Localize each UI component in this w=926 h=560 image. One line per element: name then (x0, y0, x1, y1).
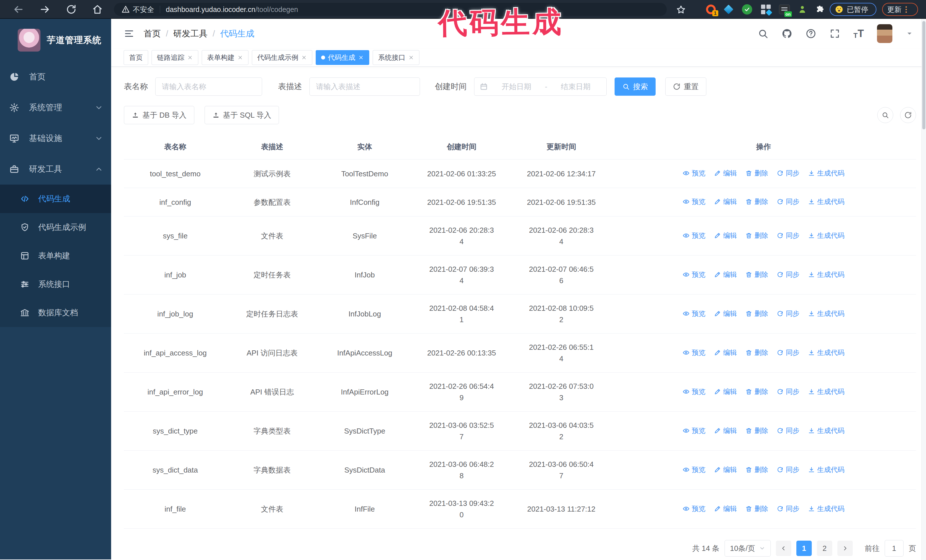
search-icon[interactable] (758, 28, 769, 39)
sync-action[interactable]: 同步 (777, 308, 799, 319)
next-page-button[interactable] (837, 540, 853, 556)
sidebar-subitem-代码生成示例[interactable]: 代码生成示例 (0, 213, 111, 242)
edit-action[interactable]: 编辑 (714, 503, 737, 515)
close-icon[interactable] (187, 55, 193, 60)
home-button[interactable] (92, 4, 103, 15)
tab-系统接口[interactable]: 系统接口 (373, 50, 419, 65)
sync-action[interactable]: 同步 (777, 196, 799, 207)
table-name-input[interactable] (155, 77, 262, 96)
close-icon[interactable] (301, 55, 307, 60)
breadcrumb-home[interactable]: 首页 (144, 28, 161, 39)
sidebar-subitem-数据库文档[interactable]: 数据库文档 (0, 299, 111, 327)
import-db-button[interactable]: 基于 DB 导入 (124, 106, 194, 124)
sidebar-item-首页[interactable]: 首页 (0, 62, 111, 92)
goto-page-input[interactable] (885, 540, 903, 557)
sync-action[interactable]: 同步 (777, 168, 799, 179)
generate-code-action[interactable]: 生成代码 (808, 425, 844, 436)
preview-action[interactable]: 预览 (683, 347, 705, 358)
fullscreen-icon[interactable] (829, 28, 840, 39)
bookmark-star-icon[interactable] (676, 5, 686, 15)
scrollbar-thumb[interactable] (922, 21, 925, 129)
sync-action[interactable]: 同步 (777, 425, 799, 436)
generate-code-action[interactable]: 生成代码 (808, 503, 844, 515)
generate-code-action[interactable]: 生成代码 (808, 464, 844, 475)
edit-action[interactable]: 编辑 (714, 347, 737, 358)
page-number-button[interactable]: 1 (796, 540, 812, 556)
breadcrumb-devtools[interactable]: 研发工具 (173, 28, 207, 39)
page-size-select[interactable]: 10条/页 (725, 540, 771, 557)
sidebar-subitem-系统接口[interactable]: 系统接口 (0, 270, 111, 299)
sidebar-item-基础设施[interactable]: 基础设施 (0, 123, 111, 154)
delete-action[interactable]: 删除 (745, 464, 768, 475)
table-desc-input[interactable] (309, 77, 420, 96)
search-button[interactable]: 搜索 (614, 77, 656, 96)
edit-action[interactable]: 编辑 (714, 196, 737, 207)
generate-code-action[interactable]: 生成代码 (808, 308, 844, 319)
delete-action[interactable]: 删除 (745, 425, 768, 436)
delete-action[interactable]: 删除 (745, 347, 768, 358)
font-size-icon[interactable]: TT (853, 28, 864, 39)
page-scrollbar[interactable] (921, 19, 926, 560)
tab-链路追踪[interactable]: 链路追踪 (151, 50, 198, 65)
help-icon[interactable] (805, 28, 816, 39)
edit-action[interactable]: 编辑 (714, 269, 737, 280)
extension-icon-person[interactable] (797, 4, 808, 15)
reset-button[interactable]: 重置 (665, 77, 706, 96)
user-avatar[interactable] (877, 24, 893, 43)
preview-action[interactable]: 预览 (683, 386, 705, 397)
delete-action[interactable]: 删除 (745, 269, 768, 280)
forward-button[interactable] (39, 4, 51, 15)
tab-表单构建[interactable]: 表单构建 (202, 50, 248, 65)
generate-code-action[interactable]: 生成代码 (808, 269, 844, 280)
generate-code-action[interactable]: 生成代码 (808, 168, 844, 179)
date-range-picker[interactable]: 开始日期 - 结束日期 (474, 77, 607, 96)
prev-page-button[interactable] (776, 540, 791, 556)
generate-code-action[interactable]: 生成代码 (808, 386, 844, 397)
sync-action[interactable]: 同步 (777, 503, 799, 515)
tab-代码生成示例[interactable]: 代码生成示例 (252, 50, 312, 65)
delete-action[interactable]: 删除 (745, 230, 768, 241)
delete-action[interactable]: 删除 (745, 503, 768, 515)
sidebar-subitem-表单构建[interactable]: 表单构建 (0, 242, 111, 270)
delete-action[interactable]: 删除 (745, 168, 768, 179)
preview-action[interactable]: 预览 (683, 308, 705, 319)
edit-action[interactable]: 编辑 (714, 425, 737, 436)
close-icon[interactable] (408, 55, 414, 60)
preview-action[interactable]: 预览 (683, 464, 705, 475)
generate-code-action[interactable]: 生成代码 (808, 196, 844, 207)
preview-action[interactable]: 预览 (683, 230, 705, 241)
extension-icon-grid[interactable] (760, 4, 772, 15)
preview-action[interactable]: 预览 (683, 503, 705, 515)
preview-action[interactable]: 预览 (683, 168, 705, 179)
extension-icon-orange[interactable]: 1 (705, 4, 717, 15)
profile-chip[interactable]: 已暂停 (830, 3, 876, 16)
hamburger-icon[interactable] (124, 28, 135, 39)
preview-action[interactable]: 预览 (683, 269, 705, 280)
extension-icon-check[interactable] (741, 4, 753, 15)
app-logo[interactable]: 芋道管理系统 (0, 19, 111, 62)
edit-action[interactable]: 编辑 (714, 386, 737, 397)
tab-代码生成[interactable]: 代码生成 (316, 50, 369, 65)
close-icon[interactable] (358, 55, 364, 60)
back-button[interactable] (12, 4, 24, 15)
preview-action[interactable]: 预览 (683, 196, 705, 207)
sync-action[interactable]: 同步 (777, 464, 799, 475)
sync-action[interactable]: 同步 (777, 347, 799, 358)
generate-code-action[interactable]: 生成代码 (808, 230, 844, 241)
edit-action[interactable]: 编辑 (714, 168, 737, 179)
caret-down-icon[interactable] (905, 30, 914, 38)
generate-code-action[interactable]: 生成代码 (808, 347, 844, 358)
refresh-table-button[interactable] (900, 107, 916, 123)
reload-button[interactable] (65, 4, 77, 15)
sidebar-item-系统管理[interactable]: 系统管理 (0, 92, 111, 123)
import-sql-button[interactable]: 基于 SQL 导入 (204, 106, 279, 124)
extension-icon-diamond[interactable] (723, 4, 734, 15)
sync-action[interactable]: 同步 (777, 269, 799, 280)
sync-action[interactable]: 同步 (777, 386, 799, 397)
preview-action[interactable]: 预览 (683, 425, 705, 436)
address-bar[interactable]: 不安全 dashboard.yudao.iocoder.cn/tool/code… (114, 3, 667, 16)
toggle-search-button[interactable] (877, 107, 893, 123)
edit-action[interactable]: 编辑 (714, 230, 737, 241)
sync-action[interactable]: 同步 (777, 230, 799, 241)
github-icon[interactable] (782, 28, 792, 39)
